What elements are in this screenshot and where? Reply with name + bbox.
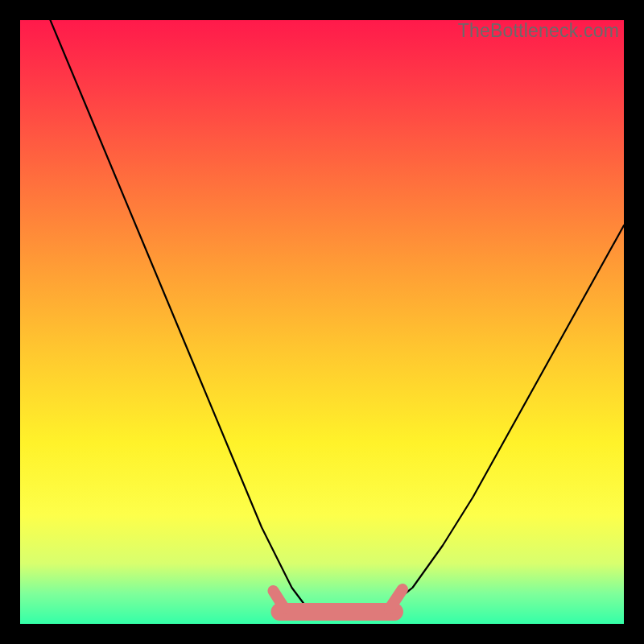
bottleneck-curve	[51, 20, 625, 618]
bottleneck-plot	[20, 20, 624, 624]
chart-area: TheBottleneck.com	[20, 20, 624, 624]
